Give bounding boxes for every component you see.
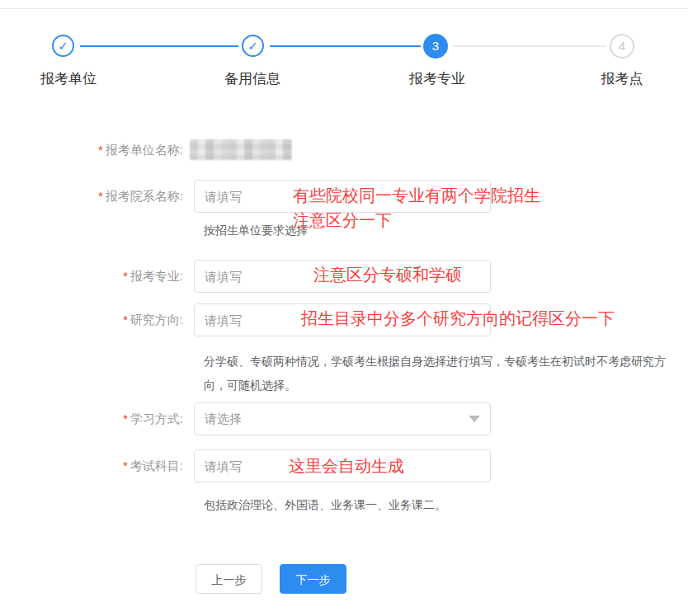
- unit-name-label: *报考单位名称:: [0, 143, 183, 158]
- next-step-button[interactable]: 下一步: [280, 564, 346, 594]
- field-row-exam-subjects: *考试科目:: [0, 449, 688, 482]
- department-help-text: 按招生单位要求选择: [204, 223, 308, 237]
- unit-name-masked-value: [190, 139, 292, 160]
- field-row-major: *报考专业:: [0, 260, 688, 293]
- field-row-study-mode: *学习方式: 请选择: [0, 402, 688, 435]
- field-row-direction: *研究方向:: [0, 303, 688, 336]
- exam-subjects-label: *考试科目:: [0, 458, 183, 474]
- study-mode-select[interactable]: 请选择: [194, 402, 491, 435]
- field-row-department: *报考院系名称:: [0, 180, 688, 213]
- direction-input[interactable]: [194, 303, 491, 336]
- exam-subjects-input[interactable]: [194, 449, 491, 482]
- department-input[interactable]: [194, 180, 491, 213]
- study-mode-selected-value: 请选择: [205, 411, 469, 427]
- step-connector-1: [80, 45, 238, 47]
- top-divider: [0, 8, 688, 9]
- step-label-exam-site: 报考点: [601, 69, 643, 88]
- required-asterisk: *: [123, 411, 128, 426]
- previous-step-button[interactable]: 上一步: [196, 564, 262, 594]
- step-connector-3: [453, 45, 606, 47]
- step-label-unit: 报考单位: [40, 69, 97, 88]
- required-asterisk: *: [123, 269, 128, 283]
- step-label-major: 报考专业: [409, 69, 465, 88]
- direction-label: *研究方向:: [0, 313, 183, 328]
- step-4-pending-badge: 4: [610, 34, 634, 59]
- department-label: *报考院系名称:: [0, 189, 183, 205]
- exam-subjects-help-text: 包括政治理论、外国语、业务课一、业务课二。: [204, 497, 446, 512]
- step-3-current-badge: 3: [423, 34, 448, 59]
- required-asterisk: *: [123, 458, 128, 473]
- direction-help-text: 分学硕、专硕两种情况，学硕考生根据自身选择进行填写，专硕考生在初试时不考虑研究方…: [204, 350, 667, 397]
- step-label-backup: 备用信息: [224, 69, 280, 88]
- chevron-down-icon: [469, 416, 480, 422]
- major-input[interactable]: [194, 260, 491, 293]
- required-asterisk: *: [98, 143, 103, 157]
- required-asterisk: *: [98, 189, 103, 203]
- required-asterisk: *: [123, 313, 128, 327]
- step-2-done-icon: ✓: [242, 35, 264, 57]
- field-row-unit-name: *报考单位名称:: [0, 139, 688, 162]
- major-label: *报考专业:: [0, 269, 183, 284]
- step-1-done-icon: ✓: [52, 35, 74, 57]
- study-mode-label: *学习方式:: [0, 411, 183, 427]
- step-connector-2: [270, 45, 421, 47]
- application-form-page: ✓ ✓ 3 4 报考单位 备用信息 报考专业 报考点 *报考单位名称: *报考院…: [0, 0, 688, 616]
